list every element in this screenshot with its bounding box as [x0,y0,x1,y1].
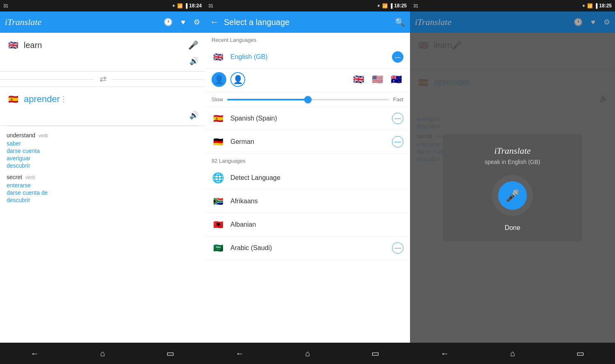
flag-afrikaans: 🇿🇦 [212,195,225,208]
bluetooth-icon-3: ✶ [582,3,585,9]
header-icons-3: 🕐 ♥ ⚙ [574,18,610,27]
lang-name-spanish: Spanish (Spain) [230,115,392,122]
signal-icon-3: ▐ [594,3,598,8]
bottom-nav-2: ← ⌂ ▭ [205,343,410,364]
recent-section-header: Recent Languages [205,33,410,46]
status-bar-3: 31 ✶ 📶 ▐ 18:25 [410,0,615,11]
dots-icon-1[interactable]: ⋮ [60,95,67,104]
voice-modal-title: iTranslate [453,146,572,156]
flag-gb-tts[interactable]: 🇬🇧 [351,72,366,87]
nav-back-3[interactable]: ← [433,346,457,362]
voice-circle-outer: 🎤 [492,175,533,216]
mic-button[interactable]: 🎤 [498,181,527,210]
mic-icon-1[interactable]: 🎤 [188,40,198,50]
def-word-understand: understand verb [7,132,198,139]
app-header-1: iTranslate 🕐 ♥ ⚙ [0,11,205,33]
lang-name-detect: Detect Language [230,174,403,182]
header-icons-1: 🕐 ♥ ⚙ [164,18,200,27]
settings-icon-1[interactable]: ⚙ [194,18,200,27]
source-lang-row: 🇬🇧 🎤 [7,39,198,52]
status-left-1: 31 [3,3,8,8]
lang-select-title: Select a language [224,18,390,27]
def-word-secret: secret verb [7,174,198,180]
lang-action-spanish[interactable]: — [392,113,403,124]
source-input-1[interactable] [24,41,188,50]
lang-item-english[interactable]: 🇬🇧 English (GB) — [205,46,410,69]
lang-name-albanian: Albanian [230,221,403,228]
target-text-1: aprender [24,94,60,105]
app-header-3: iTranslate 🕐 ♥ ⚙ [410,11,615,33]
status-bar-1: 31 ✶ 📶 ▐ 18:24 [0,0,205,11]
flag-albanian: 🇦🇱 [212,218,225,231]
status-left-3: 31 [413,3,418,8]
nav-home-2[interactable]: ⌂ [297,346,318,362]
swap-button-1[interactable]: ⇅ [98,71,107,88]
lang-action-english[interactable]: — [392,51,403,63]
speed-slider-track [227,99,308,100]
settings-icon-3[interactable]: ⚙ [604,18,610,27]
done-button[interactable]: Done [505,224,520,232]
nav-recent-2[interactable]: ▭ [363,345,387,362]
nav-back-2[interactable]: ← [228,346,252,362]
history-icon-3[interactable]: 🕐 [574,18,583,27]
syn-darse-cuenta[interactable]: darse cuenta [7,148,198,154]
tts-row: 👤 👤 🇬🇧 🇺🇸 🇦🇺 [205,69,410,92]
syn-descubrir-2[interactable]: descubrir [7,197,198,203]
avatar-female[interactable]: 👤 [230,72,245,87]
listen-icon-target[interactable]: 🔊 [189,111,198,120]
def-group-understand: understand verb saber darse cuenta averi… [7,132,198,169]
mic-large-icon: 🎤 [506,189,520,202]
syn-enterarse[interactable]: enterarse [7,182,198,189]
back-button[interactable]: ← [210,17,219,27]
search-button[interactable]: 🔍 [395,17,405,27]
lang-item-detect[interactable]: 🌐 Detect Language [205,166,410,190]
speed-slider[interactable] [227,99,389,100]
nav-recent-1[interactable]: ▭ [158,345,182,362]
definitions-area-1: understand verb saber darse cuenta averi… [0,126,205,214]
speed-slow-label: Slow [212,96,223,102]
status-bar-2: 31 ✶ 📶 ▐ 18:25 [205,0,410,11]
syn-averiguar[interactable]: averiguar [7,155,198,162]
nav-home-3[interactable]: ⌂ [502,346,523,362]
translation-container-1: 🇬🇧 🎤 🔊 ⇅ 🇪🇸 aprender ⋮ 🔊 [0,33,205,343]
syn-darse-cuenta-de[interactable]: darse cuenta de [7,189,198,196]
heart-icon-1[interactable]: ♥ [181,18,185,27]
listen-icon-source[interactable]: 🔊 [189,57,198,66]
nav-home-1[interactable]: ⌂ [92,346,113,362]
flag-english: 🇬🇧 [212,50,225,64]
avatar-male[interactable]: 👤 [212,72,226,87]
syn-descubrir-1[interactable]: descubrir [7,162,198,169]
lang-item-albanian[interactable]: 🇦🇱 Albanian [205,213,410,237]
status-left-2: 31 [208,3,213,8]
divider-right-1 [111,79,205,80]
lang-name-german: German [230,138,392,146]
swap-row-1: ⇅ [0,72,205,87]
app-title-3: iTranslate [415,17,451,27]
lang-item-arabic[interactable]: 🇸🇦 Arabic (Saudi) — [205,237,410,260]
voice-modal: iTranslate speak in English (GB) 🎤 Done [443,134,582,241]
lang-action-german[interactable]: — [392,136,403,148]
lang-name-afrikaans: Afrikaans [230,198,403,205]
lang-item-spanish[interactable]: 🇪🇸 Spanish (Spain) — [205,107,410,130]
bluetooth-icon: ✶ [172,3,175,9]
clock-2: 18:25 [394,3,407,9]
lang-name-arabic: Arabic (Saudi) [230,244,392,252]
flag-spanish: 🇪🇸 [212,112,225,125]
lang-item-afrikaans[interactable]: 🇿🇦 Afrikaans [205,190,410,213]
nav-recent-3[interactable]: ▭ [568,345,592,362]
voice-modal-overlay: iTranslate speak in English (GB) 🎤 Done [410,33,615,343]
source-area-1: 🇬🇧 🎤 🔊 [0,33,205,72]
speed-row: Slow Fast [205,92,410,107]
flag-au-tts[interactable]: 🇦🇺 [389,72,403,87]
lang-action-arabic[interactable]: — [392,242,403,254]
syn-saber[interactable]: saber [7,140,198,147]
heart-icon-3[interactable]: ♥ [591,18,595,27]
history-icon-1[interactable]: 🕐 [164,18,173,27]
signal-icon: ▐ [184,3,188,8]
lang-item-german[interactable]: 🇩🇪 German — [205,130,410,154]
flag-us-tts[interactable]: 🇺🇸 [370,72,385,87]
lang-select-header: ← Select a language 🔍 [205,11,410,33]
status-icons-1: ✶ 📶 ▐ 18:24 [172,3,202,9]
nav-back-1[interactable]: ← [23,346,47,362]
source-flag-1: 🇬🇧 [7,39,20,52]
